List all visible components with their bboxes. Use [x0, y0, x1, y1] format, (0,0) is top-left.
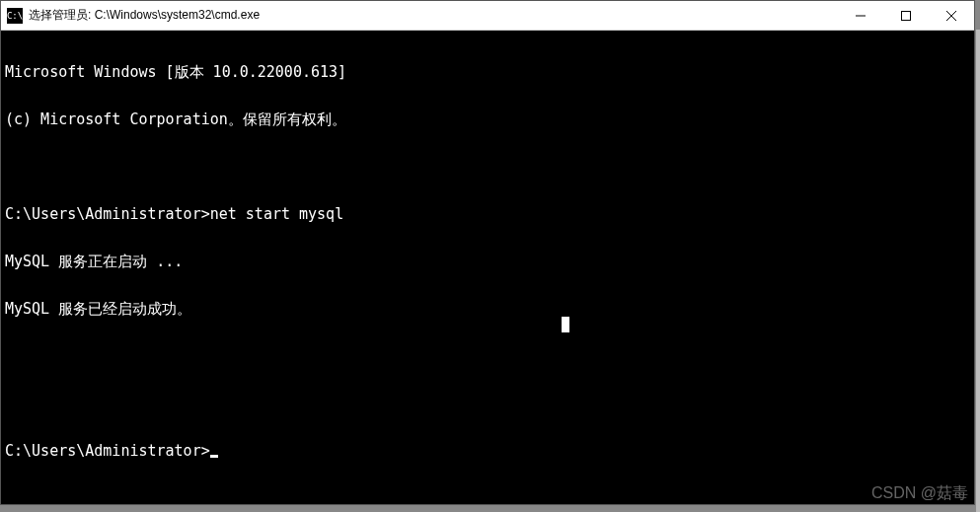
scrollbar[interactable] — [976, 30, 980, 512]
close-button[interactable] — [929, 1, 974, 30]
terminal-line — [5, 348, 970, 364]
terminal-area[interactable]: Microsoft Windows [版本 10.0.22000.613] (c… — [1, 31, 974, 504]
prompt-text: C:\Users\Administrator> — [5, 442, 210, 460]
minimize-button[interactable] — [838, 1, 883, 30]
cursor-icon — [210, 455, 218, 458]
terminal-line — [5, 159, 970, 175]
terminal-line: MySQL 服务正在启动 ... — [5, 254, 970, 269]
terminal-line: Microsoft Windows [版本 10.0.22000.613] — [5, 64, 970, 80]
terminal-prompt-line: C:\Users\Administrator> — [5, 443, 970, 459]
titlebar[interactable]: C:\ 选择管理员: C:\Windows\system32\cmd.exe — [1, 1, 974, 31]
cmd-icon: C:\ — [7, 8, 23, 24]
maximize-button[interactable] — [883, 1, 929, 30]
svg-rect-1 — [902, 11, 911, 20]
cmd-window: C:\ 选择管理员: C:\Windows\system32\cmd.exe M… — [0, 0, 975, 505]
window-title: 选择管理员: C:\Windows\system32\cmd.exe — [29, 7, 838, 24]
text-selection-cursor-icon — [562, 317, 569, 332]
window-controls — [838, 1, 974, 30]
terminal-line — [5, 396, 970, 411]
terminal-line: C:\Users\Administrator>net start mysql — [5, 206, 970, 222]
terminal-line: MySQL 服务已经启动成功。 — [5, 301, 970, 317]
terminal-line: (c) Microsoft Corporation。保留所有权利。 — [5, 111, 970, 127]
